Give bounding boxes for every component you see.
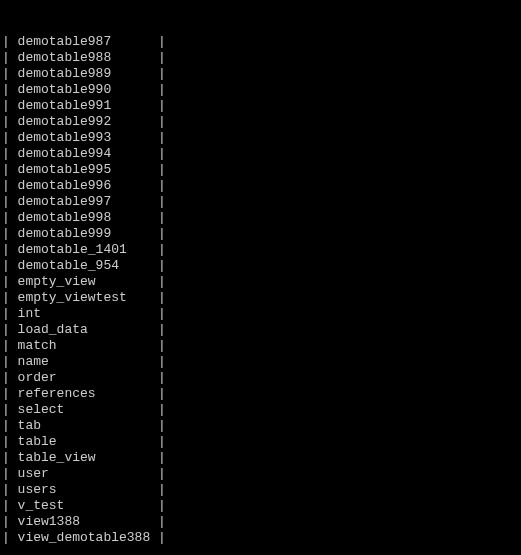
table-row: | demotable991 | xyxy=(2,98,519,114)
table-row: | table_view | xyxy=(2,450,519,466)
table-row: | demotable993 | xyxy=(2,130,519,146)
table-row: | int | xyxy=(2,306,519,322)
table-row: | load_data | xyxy=(2,322,519,338)
table-row: | tab | xyxy=(2,418,519,434)
table-row: | table | xyxy=(2,434,519,450)
table-row: | users | xyxy=(2,482,519,498)
table-row: | demotable987 | xyxy=(2,34,519,50)
table-row: | match | xyxy=(2,338,519,354)
table-row: | demotable994 | xyxy=(2,146,519,162)
table-row: | empty_viewtest | xyxy=(2,290,519,306)
table-row: | select | xyxy=(2,402,519,418)
table-row: | demotable995 | xyxy=(2,162,519,178)
table-row: | demotable997 | xyxy=(2,194,519,210)
table-row: | empty_view | xyxy=(2,274,519,290)
result-table-body: | demotable987 || demotable988 || demota… xyxy=(2,34,519,546)
table-row: | demotable_954 | xyxy=(2,258,519,274)
table-row: | demotable990 | xyxy=(2,82,519,98)
table-row: | demotable999 | xyxy=(2,226,519,242)
table-row: | references | xyxy=(2,386,519,402)
table-row: | view_demotable388 | xyxy=(2,530,519,546)
table-row: | order | xyxy=(2,370,519,386)
table-row: | demotable998 | xyxy=(2,210,519,226)
table-row: | demotable996 | xyxy=(2,178,519,194)
table-row: | demotable989 | xyxy=(2,66,519,82)
table-row: | view1388 | xyxy=(2,514,519,530)
table-row: | user | xyxy=(2,466,519,482)
table-row: | name | xyxy=(2,354,519,370)
table-row: | v_test | xyxy=(2,498,519,514)
table-row: | demotable_1401 | xyxy=(2,242,519,258)
table-row: | demotable988 | xyxy=(2,50,519,66)
table-row: | demotable992 | xyxy=(2,114,519,130)
terminal-output: | demotable987 || demotable988 || demota… xyxy=(0,0,521,555)
